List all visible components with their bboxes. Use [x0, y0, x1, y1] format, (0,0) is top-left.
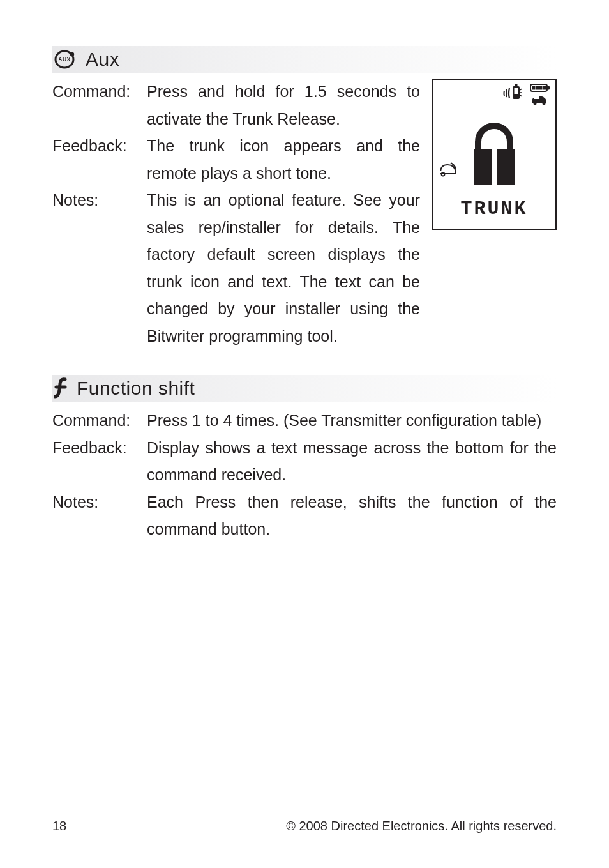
- aux-feedback-row: Feedback: The trunk icon appears and the…: [52, 132, 420, 187]
- notes-label: Notes:: [52, 187, 147, 214]
- copyright-text: © 2008 Directed Electronics. All rights …: [286, 819, 557, 834]
- svg-line-6: [520, 89, 522, 90]
- aux-notes-row: Notes: This is an optional feature. See …: [52, 187, 420, 349]
- aux-definitions: Command: Press and hold for 1.5 seconds …: [52, 78, 420, 349]
- screen-status-icons: [503, 84, 550, 109]
- command-value: Press and hold for 1.5 seconds to activa…: [147, 78, 420, 132]
- svg-rect-4: [515, 84, 518, 87]
- svg-rect-17: [534, 96, 539, 99]
- notes-value: This is an optional feature. See your sa…: [147, 187, 420, 349]
- notes-label: Notes:: [52, 489, 147, 516]
- press-word: Press: [147, 411, 188, 429]
- battery-car-icon: [529, 84, 550, 109]
- func-notes-row: Notes: Each Press then release, shifts t…: [52, 489, 557, 543]
- svg-point-1: [70, 52, 74, 56]
- svg-rect-19: [492, 149, 497, 185]
- aux-command-row: Command: Press and hold for 1.5 seconds …: [52, 78, 420, 132]
- svg-rect-14: [543, 86, 546, 90]
- svg-rect-13: [539, 86, 543, 90]
- page: AUX Aux Command: Press and hold for 1.5 …: [0, 0, 609, 868]
- svg-rect-11: [532, 86, 536, 90]
- function-icon: [54, 377, 70, 399]
- func-command-row: Command: Press 1 to 4 times. (See Transm…: [52, 407, 557, 434]
- func-feedback-row: Feedback: Display shows a text message a…: [52, 434, 557, 489]
- remote-screen: TRUNK: [432, 79, 557, 230]
- feedback-value: The trunk icon appears and the remote pl…: [147, 132, 420, 187]
- hold-word: hold: [235, 82, 265, 100]
- svg-rect-5: [515, 88, 518, 94]
- press-word: Press: [147, 82, 188, 100]
- command-label: Command:: [52, 78, 147, 105]
- section-title: Function shift: [77, 377, 195, 399]
- aux-body: Command: Press and hold for 1.5 seconds …: [52, 78, 557, 349]
- command-label: Command:: [52, 407, 147, 434]
- feedback-label: Feedback:: [52, 132, 147, 160]
- section-heading-aux: AUX Aux: [52, 46, 557, 73]
- page-number: 18: [52, 819, 66, 834]
- page-footer: 18 © 2008 Directed Electronics. All righ…: [52, 819, 557, 834]
- signal-icon: [503, 84, 523, 105]
- command-rest: 1 to 4 times. (See Transmitter configura…: [188, 411, 541, 429]
- svg-rect-12: [536, 86, 539, 90]
- svg-line-8: [520, 95, 522, 96]
- screen-text: TRUNK: [433, 198, 555, 220]
- section-title: Aux: [86, 49, 119, 70]
- svg-point-16: [543, 102, 546, 105]
- svg-text:AUX: AUX: [58, 56, 70, 63]
- feedback-label: Feedback:: [52, 434, 147, 462]
- aux-icon: AUX: [54, 50, 79, 69]
- notes-value: Each Press then release, shifts the func…: [147, 489, 557, 543]
- trunk-icon: [439, 162, 458, 180]
- feedback-value: Display shows a text message across the …: [147, 434, 557, 489]
- command-value: Press 1 to 4 times. (See Transmitter con…: [147, 407, 557, 434]
- section-heading-function-shift: Function shift: [52, 375, 557, 402]
- command-mid: and: [188, 82, 235, 100]
- svg-point-15: [534, 102, 537, 105]
- svg-rect-10: [547, 86, 550, 90]
- func-definitions: Command: Press 1 to 4 times. (See Transm…: [52, 407, 557, 543]
